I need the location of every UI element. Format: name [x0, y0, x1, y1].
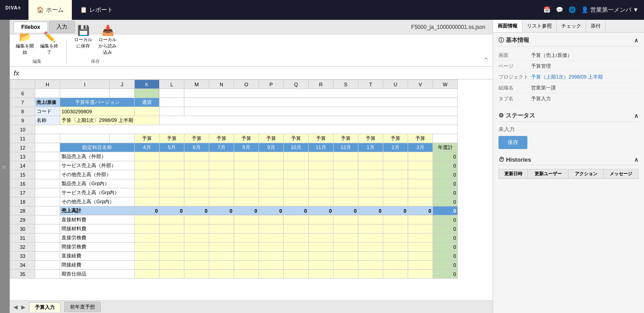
status-collapse[interactable]: ∧ [634, 112, 639, 119]
cell-I15[interactable]: その他売上高（外部） [60, 170, 135, 179]
cell-T12[interactable]: 1月 [358, 143, 383, 152]
cell-P31[interactable] [259, 234, 284, 243]
cell-L8[interactable] [160, 107, 184, 116]
cell-U30[interactable] [383, 224, 408, 234]
cell-H29[interactable] [35, 215, 60, 224]
cell-T32[interactable] [358, 243, 383, 252]
cell-N34[interactable] [209, 261, 234, 270]
cell-I30[interactable]: 間接材料費 [60, 224, 135, 234]
cell-M33[interactable] [184, 252, 209, 261]
cell-T28[interactable]: 0 [358, 206, 383, 215]
cell-L11[interactable]: 予算 [160, 134, 184, 143]
cell-rest8[interactable] [184, 107, 458, 116]
cell-rest9[interactable] [160, 116, 458, 125]
cell-O16[interactable] [234, 179, 259, 188]
cell-K15[interactable] [135, 170, 160, 179]
cell-V31[interactable] [408, 234, 433, 243]
cell-L17[interactable] [160, 188, 184, 197]
cell-O29[interactable] [234, 215, 259, 224]
cell-S31[interactable] [334, 234, 358, 243]
col-header-P[interactable]: P [259, 80, 284, 89]
cell-K17[interactable] [135, 188, 160, 197]
cell-O15[interactable] [234, 170, 259, 179]
cell-L13[interactable] [160, 152, 184, 161]
cell-J6[interactable] [110, 89, 135, 98]
cell-Q33[interactable] [284, 252, 309, 261]
cell-K13[interactable] [135, 152, 160, 161]
comment-icon[interactable]: 💬 [556, 6, 563, 13]
cell-N30[interactable] [209, 224, 234, 234]
cell-K31[interactable] [135, 234, 160, 243]
cell-W16[interactable]: 0 [433, 179, 458, 188]
cell-O18[interactable] [234, 197, 259, 206]
cell-I33[interactable]: 直接経費 [60, 252, 135, 261]
cell-L35[interactable] [160, 270, 184, 279]
cell-K7[interactable]: 通貨 [135, 98, 160, 107]
cell-S28[interactable]: 0 [334, 206, 358, 215]
cell-N31[interactable] [209, 234, 234, 243]
cell-L18[interactable] [160, 197, 184, 206]
cell-S29[interactable] [334, 215, 358, 224]
cell-I28[interactable]: 売上高計 [60, 206, 135, 215]
cell-I32[interactable]: 間接労務費 [60, 243, 135, 252]
histories-collapse[interactable]: ∧ [634, 156, 639, 163]
col-header-L[interactable]: L [160, 80, 184, 89]
cell-U12[interactable]: 2月 [383, 143, 408, 152]
cell-L31[interactable] [160, 234, 184, 243]
cell-N16[interactable] [209, 179, 234, 188]
col-header-I[interactable]: I [60, 80, 110, 89]
cell-S18[interactable] [334, 197, 358, 206]
cell-P34[interactable] [259, 261, 284, 270]
cell-V28[interactable]: 0 [408, 206, 433, 215]
load-local-button[interactable]: 📥 ローカルから読み込み [96, 23, 119, 57]
cell-L30[interactable] [160, 224, 184, 234]
cell-P33[interactable] [259, 252, 284, 261]
cell-Q14[interactable] [284, 161, 309, 170]
cell-M11[interactable]: 予算 [184, 134, 209, 143]
sidebar-icon-2[interactable]: ○ [2, 163, 7, 170]
cell-S16[interactable] [334, 179, 358, 188]
cell-M34[interactable] [184, 261, 209, 270]
cell-S12[interactable]: 12月 [334, 143, 358, 152]
cell-S32[interactable] [334, 243, 358, 252]
cell-L28[interactable]: 0 [160, 206, 184, 215]
cell-M28[interactable]: 0 [184, 206, 209, 215]
nav-report[interactable]: 📋 レポート [72, 0, 121, 20]
cell-L29[interactable] [160, 215, 184, 224]
cell-Q30[interactable] [284, 224, 309, 234]
cell-O28[interactable]: 0 [234, 206, 259, 215]
cell-K6[interactable] [135, 89, 160, 98]
cell-N17[interactable] [209, 188, 234, 197]
cell-M30[interactable] [184, 224, 209, 234]
cell-V30[interactable] [408, 224, 433, 234]
cell-I8[interactable]: 10030299809 [60, 107, 135, 116]
col-header-R[interactable]: R [309, 80, 334, 89]
cell-R16[interactable] [309, 179, 334, 188]
cell-I35[interactable]: 期首仕掛品 [60, 270, 135, 279]
cell-R31[interactable] [309, 234, 334, 243]
cell-M16[interactable] [184, 179, 209, 188]
cell-H6[interactable] [35, 89, 60, 98]
cell-K16[interactable] [135, 179, 160, 188]
cell-W31[interactable]: 0 [433, 234, 458, 243]
cell-T35[interactable] [358, 270, 383, 279]
cell-U32[interactable] [383, 243, 408, 252]
col-header-S[interactable]: S [334, 80, 358, 89]
globe-icon[interactable]: 🌐 [569, 6, 576, 13]
cell-M17[interactable] [184, 188, 209, 197]
cell-I31[interactable]: 直接労務費 [60, 234, 135, 243]
cell-N28[interactable]: 0 [209, 206, 234, 215]
cell-L6[interactable] [160, 89, 184, 98]
cell-O30[interactable] [234, 224, 259, 234]
cell-Q35[interactable] [284, 270, 309, 279]
cell-N18[interactable] [209, 197, 234, 206]
sheet-tab-prev-year[interactable]: 前年度予想 [64, 302, 101, 312]
cell-Q31[interactable] [284, 234, 309, 243]
cell-R34[interactable] [309, 261, 334, 270]
cell-L7[interactable] [160, 98, 184, 107]
cell-P13[interactable] [259, 152, 284, 161]
cell-T11[interactable]: 予算 [358, 134, 383, 143]
cell-R15[interactable] [309, 170, 334, 179]
cell-U29[interactable] [383, 215, 408, 224]
edit-open-button[interactable]: 📂 編集を開始 [14, 29, 36, 57]
